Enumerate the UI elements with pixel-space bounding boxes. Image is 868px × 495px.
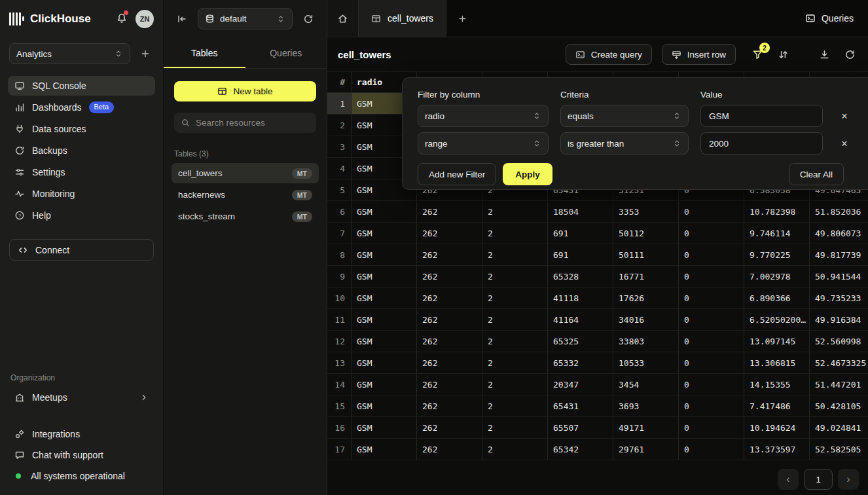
table-cell[interactable]: 2 xyxy=(482,395,548,416)
table-item-stocks-stream[interactable]: stocks_stream MT xyxy=(172,206,319,227)
table-cell[interactable]: 41164 xyxy=(548,309,613,330)
table-cell[interactable]: 6.890366 xyxy=(744,287,810,308)
table-row[interactable]: 17GSM26226534229761013.37359752.582505 xyxy=(327,439,868,460)
next-page-button[interactable]: › xyxy=(838,469,859,490)
table-cell[interactable]: GSM xyxy=(352,244,417,265)
table-cell[interactable]: 0 xyxy=(679,287,744,308)
new-tab-button[interactable] xyxy=(446,0,478,37)
filter-criteria-select[interactable]: equals xyxy=(560,105,689,127)
prev-page-button[interactable]: ‹ xyxy=(778,469,799,490)
table-cell[interactable]: 10533 xyxy=(613,352,679,373)
filter-column-select[interactable]: radio xyxy=(418,105,549,127)
download-button[interactable] xyxy=(816,46,832,62)
sidebar-item-dashboards[interactable]: Dashboards Beta xyxy=(8,98,155,117)
table-cell[interactable]: 691 xyxy=(548,244,613,265)
avatar[interactable]: ZN xyxy=(136,10,154,28)
table-cell[interactable]: 65342 xyxy=(548,439,613,460)
table-cell[interactable]: 50112 xyxy=(613,223,679,244)
column-header[interactable]: # xyxy=(327,72,352,92)
tab-cell-towers[interactable]: cell_towers xyxy=(358,0,446,37)
home-button[interactable] xyxy=(327,0,358,37)
table-cell[interactable]: 262 xyxy=(417,244,482,265)
table-cell[interactable]: GSM xyxy=(352,266,417,287)
collapse-panel-button[interactable] xyxy=(174,11,190,27)
table-cell[interactable]: 9.746114 xyxy=(744,223,810,244)
table-cell[interactable]: 0 xyxy=(679,331,744,352)
table-cell[interactable]: GSM xyxy=(352,374,417,395)
table-cell[interactable]: 65507 xyxy=(548,417,613,438)
table-cell[interactable]: 2 xyxy=(482,223,548,244)
refresh-database-button[interactable] xyxy=(300,11,316,27)
table-cell[interactable]: 41118 xyxy=(548,287,613,308)
table-cell[interactable]: 33803 xyxy=(613,331,679,352)
table-row[interactable]: 13GSM26226533210533013.30681552.4673325 xyxy=(327,352,868,374)
table-cell[interactable]: GSM xyxy=(352,201,417,222)
new-table-button[interactable]: New table xyxy=(174,81,316,101)
table-cell[interactable]: 2 xyxy=(482,266,548,287)
table-cell[interactable]: 50.428105 xyxy=(810,395,868,416)
table-cell[interactable]: 52.4673325 xyxy=(810,352,868,373)
table-cell[interactable]: 691 xyxy=(548,223,613,244)
table-cell[interactable]: 65431 xyxy=(548,395,613,416)
tab-queries[interactable]: Queries xyxy=(245,37,327,68)
table-cell[interactable]: 262 xyxy=(417,417,482,438)
table-cell[interactable]: 52.560998 xyxy=(810,331,868,352)
table-cell[interactable]: GSM xyxy=(352,439,417,460)
table-cell[interactable]: 2 xyxy=(482,244,548,265)
table-cell[interactable]: 262 xyxy=(417,331,482,352)
table-row[interactable]: 6GSM2622185043353010.78239851.852036 xyxy=(327,201,868,223)
table-cell[interactable]: 262 xyxy=(417,309,482,330)
table-cell[interactable]: 0 xyxy=(679,374,744,395)
table-row[interactable]: 14GSM2622203473454014.1535551.447201 xyxy=(327,374,868,395)
table-cell[interactable]: 49.024841 xyxy=(810,417,868,438)
table-cell[interactable]: 49171 xyxy=(613,417,679,438)
table-cell[interactable]: 262 xyxy=(417,439,482,460)
table-cell[interactable]: 2 xyxy=(482,287,548,308)
table-cell[interactable]: 3353 xyxy=(613,201,679,222)
table-cell[interactable]: 2 xyxy=(482,331,548,352)
table-cell[interactable]: 262 xyxy=(417,201,482,222)
table-row[interactable]: 15GSM262265431369307.41748650.428105 xyxy=(327,395,868,417)
table-cell[interactable]: 50.941544 xyxy=(810,266,868,287)
sidebar-item-monitoring[interactable]: Monitoring xyxy=(8,184,155,204)
filter-value-input[interactable] xyxy=(700,105,823,127)
refresh-table-button[interactable] xyxy=(842,46,858,62)
apply-filters-button[interactable]: Apply xyxy=(503,163,552,185)
table-cell[interactable]: 0 xyxy=(679,439,744,460)
table-row[interactable]: 12GSM26226532533803013.09714552.560998 xyxy=(327,331,868,352)
table-row[interactable]: 8GSM26226915011109.77022549.817739 xyxy=(327,244,868,266)
clear-all-filters-button[interactable]: Clear All xyxy=(789,163,844,185)
table-cell[interactable]: 49.817739 xyxy=(810,244,868,265)
table-cell[interactable]: 0 xyxy=(679,223,744,244)
table-cell[interactable]: 0 xyxy=(679,417,744,438)
table-cell[interactable]: 18504 xyxy=(548,201,613,222)
sidebar-item-data-sources[interactable]: Data sources xyxy=(8,119,155,139)
current-page[interactable]: 1 xyxy=(804,469,833,490)
add-workspace-button[interactable] xyxy=(137,45,154,62)
table-cell[interactable]: GSM xyxy=(352,331,417,352)
table-cell[interactable]: 2 xyxy=(482,201,548,222)
table-cell[interactable]: 13.097145 xyxy=(744,331,810,352)
table-item-cell-towers[interactable]: cell_towers MT xyxy=(172,163,319,183)
sidebar-item-meetups[interactable]: Meetups xyxy=(8,388,155,407)
table-cell[interactable]: 7.417486 xyxy=(744,395,810,416)
filter-value-input[interactable] xyxy=(700,132,823,155)
table-item-hackernews[interactable]: hackernews MT xyxy=(172,185,319,205)
table-cell[interactable]: GSM xyxy=(352,352,417,373)
table-cell[interactable]: 65332 xyxy=(548,352,613,373)
table-cell[interactable]: 2 xyxy=(482,309,548,330)
table-cell[interactable]: 52.582505 xyxy=(810,439,868,460)
table-cell[interactable]: GSM xyxy=(352,287,417,308)
insert-row-button[interactable]: Insert row xyxy=(662,44,736,65)
table-cell[interactable]: 2 xyxy=(482,352,548,373)
table-cell[interactable]: 34016 xyxy=(613,309,679,330)
table-cell[interactable]: GSM xyxy=(352,417,417,438)
sidebar-item-backups[interactable]: Backups xyxy=(8,141,155,160)
remove-filter-button[interactable]: ✕ xyxy=(835,106,854,126)
table-cell[interactable]: 50111 xyxy=(613,244,679,265)
table-cell[interactable]: GSM xyxy=(352,309,417,330)
table-cell[interactable]: 51.852036 xyxy=(810,201,868,222)
table-cell[interactable]: 13.373597 xyxy=(744,439,810,460)
table-cell[interactable]: 2 xyxy=(482,439,548,460)
sidebar-item-chat-support[interactable]: Chat with support xyxy=(8,445,155,465)
